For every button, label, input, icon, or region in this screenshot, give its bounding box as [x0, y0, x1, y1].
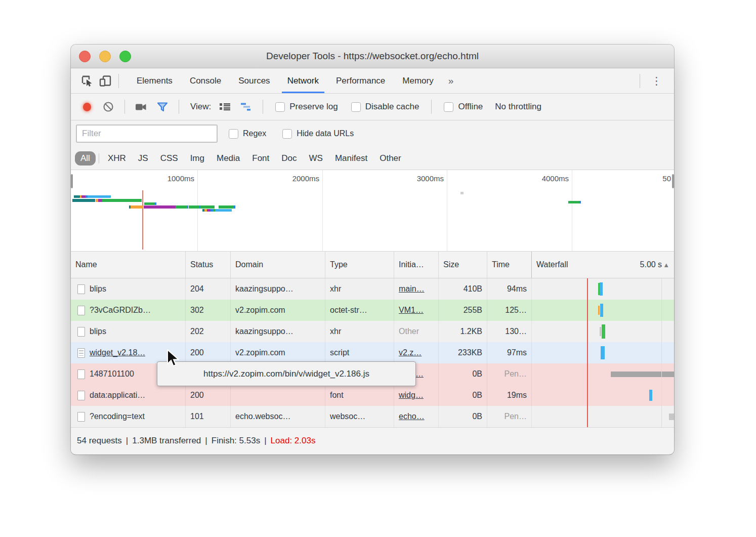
request-initiator-link[interactable]: echo…	[394, 406, 439, 427]
tab-network[interactable]: Network	[279, 68, 327, 93]
column-header-size[interactable]: Size	[439, 252, 487, 278]
request-domain: v2.zopim.com	[231, 342, 325, 363]
request-initiator-link[interactable]: widg…	[394, 385, 439, 406]
request-name-link[interactable]: widget_v2.18…	[90, 348, 145, 357]
divider	[640, 74, 640, 88]
clear-icon	[103, 101, 114, 112]
requests-table-header: Name Status Domain Type Initia… Size Tim…	[71, 252, 674, 278]
filter-pill-font[interactable]: Font	[246, 151, 275, 166]
column-header-status[interactable]: Status	[186, 252, 231, 278]
table-row[interactable]: ?encoding=text 101 echo.websoc… websoc… …	[71, 406, 674, 427]
column-header-waterfall[interactable]: Waterfall 5.00 s ▲	[531, 252, 674, 278]
view-large-rows-button[interactable]	[216, 98, 234, 116]
requests-count: 54 requests	[77, 436, 122, 446]
filter-pill-media[interactable]: Media	[211, 151, 245, 166]
regex-checkbox[interactable]: Regex	[229, 129, 266, 139]
request-initiator-link[interactable]: main…	[394, 278, 439, 300]
request-time: 125…	[487, 300, 532, 321]
tab-memory[interactable]: Memory	[394, 68, 442, 93]
request-status: 302	[186, 300, 231, 321]
script-file-icon	[77, 348, 85, 358]
filter-pill-css[interactable]: CSS	[155, 151, 184, 166]
filter-pill-doc[interactable]: Doc	[276, 151, 302, 166]
load-time: Load: 2.03s	[271, 436, 316, 446]
waterfall-cell	[532, 363, 674, 385]
table-row[interactable]: blips 202 kaazingsuppo… xhr Other 1.2KB …	[71, 321, 674, 342]
request-status: 200	[186, 342, 231, 363]
filter-pill-ws[interactable]: WS	[304, 151, 328, 166]
document-icon	[77, 369, 85, 379]
column-header-type[interactable]: Type	[325, 252, 394, 278]
clear-button[interactable]	[99, 98, 117, 116]
overview-request-bar	[144, 202, 155, 205]
table-row[interactable]: data:applicati… 200 font widg… 0B 19ms	[71, 385, 674, 406]
panel-tabs: Elements Console Sources Network Perform…	[128, 68, 442, 93]
waterfall-bar	[611, 371, 674, 377]
column-header-initiator[interactable]: Initia…	[394, 252, 439, 278]
table-row[interactable]: blips 204 kaazingsuppo… xhr main… 410B 9…	[71, 278, 674, 300]
column-header-name[interactable]: Name	[71, 252, 186, 278]
traffic-lights	[79, 51, 131, 62]
filter-pill-xhr[interactable]: XHR	[102, 151, 132, 166]
url-tooltip: https://v2.zopim.com/bin/v/widget_v2.186…	[157, 361, 416, 386]
table-row[interactable]: ?3vCaGRDIZb… 302 v2.zopim.com octet-str……	[71, 300, 674, 321]
minimize-button[interactable]	[99, 51, 111, 62]
waterfall-cell	[532, 342, 674, 363]
filter-pill-js[interactable]: JS	[133, 151, 154, 166]
tab-performance[interactable]: Performance	[327, 68, 394, 93]
request-initiator-link[interactable]: v2.z…	[394, 342, 439, 363]
overview-request-bar	[81, 195, 86, 198]
inspect-cursor-icon	[81, 75, 93, 87]
filter-input[interactable]	[76, 125, 218, 143]
overview-left-grip[interactable]	[71, 174, 73, 188]
filter-pill-manifest[interactable]: Manifest	[329, 151, 373, 166]
table-row-selected[interactable]: widget_v2.18… 200 v2.zopim.com script v2…	[71, 342, 674, 363]
hide-data-urls-label: Hide data URLs	[297, 129, 354, 138]
overview-request-bar	[88, 195, 111, 198]
filter-button[interactable]	[153, 98, 172, 116]
request-size: 410B	[439, 278, 487, 300]
request-status: 101	[186, 406, 231, 427]
document-icon	[77, 306, 85, 315]
show-overview-button[interactable]	[237, 98, 256, 116]
checkbox-icon	[275, 102, 285, 112]
waterfall-bar	[649, 390, 652, 401]
waterfall-bar	[600, 304, 603, 317]
overview-request-bar	[74, 195, 80, 198]
timeline-gridline	[197, 170, 198, 251]
tab-elements[interactable]: Elements	[128, 68, 181, 93]
tab-sources[interactable]: Sources	[230, 68, 278, 93]
column-header-domain[interactable]: Domain	[231, 252, 325, 278]
checkbox-icon	[229, 129, 238, 139]
divider	[431, 100, 432, 114]
filter-pill-img[interactable]: Img	[185, 151, 210, 166]
resource-type-filters: All XHR JS CSS Img Media Font Doc WS Man…	[71, 147, 674, 170]
capture-screenshots-button[interactable]	[132, 98, 150, 116]
throttling-select[interactable]: No throttling	[495, 102, 541, 112]
filter-pill-other[interactable]: Other	[374, 151, 407, 166]
sort-ascending-icon: ▲	[663, 261, 669, 269]
preserve-log-checkbox[interactable]: Preserve log	[275, 102, 338, 112]
divider	[99, 153, 99, 163]
hide-data-urls-checkbox[interactable]: Hide data URLs	[282, 129, 354, 139]
close-button[interactable]	[79, 51, 91, 62]
overview-right-grip[interactable]	[672, 174, 674, 188]
tab-console[interactable]: Console	[181, 68, 230, 93]
request-name: data:applicati…	[90, 391, 145, 400]
devtools-menu-button[interactable]: ⋮	[644, 75, 669, 87]
inspect-element-button[interactable]	[78, 72, 96, 90]
offline-checkbox[interactable]: Offline	[444, 102, 483, 112]
request-domain: kaazingsuppo…	[231, 278, 325, 300]
zoom-button[interactable]	[119, 51, 131, 62]
device-toolbar-button[interactable]	[96, 72, 114, 90]
record-button[interactable]	[78, 98, 96, 116]
disable-cache-checkbox[interactable]: Disable cache	[351, 102, 419, 112]
column-header-time[interactable]: Time	[487, 252, 532, 278]
waterfall-bar	[601, 346, 605, 359]
more-tabs-button[interactable]: »	[442, 75, 460, 87]
network-overview-timeline[interactable]: 1000ms2000ms3000ms4000ms50	[71, 170, 674, 252]
filter-pill-all[interactable]: All	[75, 151, 96, 166]
checkbox-icon	[351, 102, 361, 112]
request-initiator-link[interactable]: VM1…	[394, 300, 439, 321]
request-initiator: Other	[394, 321, 439, 342]
